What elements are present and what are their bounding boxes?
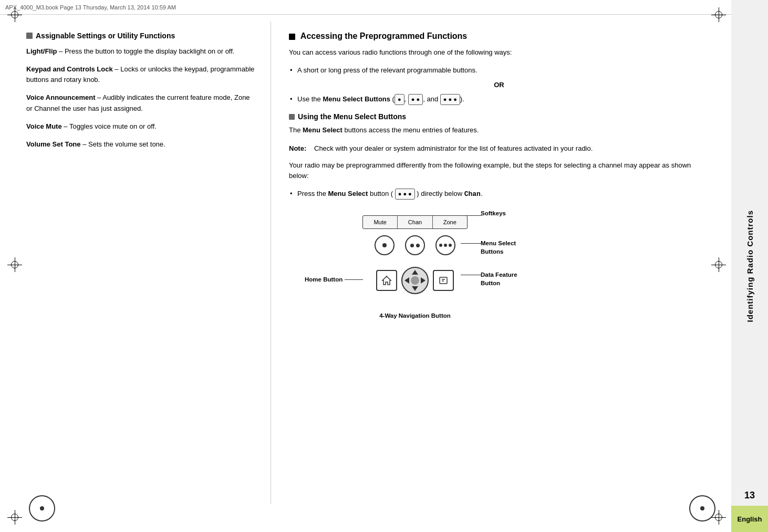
nav-arrow-left-icon	[404, 277, 409, 284]
reg-mark-top-right	[711, 7, 726, 22]
header-bar: APX_4000_M3.book Page 13 Thursday, March…	[0, 0, 768, 15]
sidebar-title-area: Identifying Radio Controls	[745, 0, 754, 532]
column-divider	[271, 21, 271, 504]
msb-btn-2[interactable]	[405, 235, 425, 255]
voice-mute-def: – Toggles voice mute on or off.	[64, 122, 157, 130]
voice-announcement-term: Voice Announcement	[26, 93, 95, 101]
nav-4way-callout: 4-Way Navigation Button	[362, 312, 468, 319]
voice-mute-term: Voice Mute	[26, 122, 62, 130]
svg-marker-0	[382, 276, 391, 285]
voice-mute-para: Voice Mute – Toggles voice mute on or of…	[26, 121, 257, 132]
or-divider: OR	[289, 81, 709, 89]
softkey-chan: Chan	[398, 216, 432, 228]
btn-triple: ● ● ●	[440, 94, 460, 105]
menu-select-bold-2: Menu Select	[303, 126, 343, 134]
note-label: Note:	[289, 143, 310, 154]
menu-select-desc: The Menu Select buttons access the menu …	[289, 125, 709, 135]
msb-dot-3b	[444, 244, 447, 247]
callout-line-data	[461, 275, 482, 275]
msb-btn-3[interactable]	[435, 235, 455, 255]
msb-dot-1	[382, 243, 387, 247]
data-feature-icon	[438, 275, 449, 286]
softkey-zone: Zone	[433, 216, 467, 228]
right-section-title: Accessing the Preprogrammed Functions	[289, 32, 709, 41]
sub-section-text: Using the Menu Select Buttons	[298, 112, 406, 121]
home-button[interactable]	[376, 270, 397, 291]
right-section-title-text: Accessing the Preprogrammed Functions	[300, 32, 467, 40]
menu-select-callout: Menu SelectButtons	[481, 239, 533, 256]
softkey-area: Mute Chan Zone	[362, 215, 468, 229]
voice-announcement-para: Voice Announcement – Audibly indicates t…	[26, 92, 257, 113]
volume-set-tone-def: – Sets the volume set tone.	[82, 140, 165, 148]
softkey-mute: Mute	[363, 216, 398, 228]
msb-btn-1[interactable]	[375, 235, 395, 255]
nav-arrow-up-icon	[412, 270, 418, 275]
right-column: Accessing the Preprogrammed Functions Yo…	[278, 21, 720, 347]
home-icon	[381, 275, 392, 286]
page-number: 13	[731, 485, 768, 506]
volume-set-tone-para: Volume Set Tone – Sets the volume set to…	[26, 139, 257, 150]
section-icon	[26, 33, 33, 39]
msb-dot-3a	[439, 244, 442, 247]
light-flip-para: Light/Flip – Press the button to toggle …	[26, 46, 257, 57]
svg-rect-1	[440, 277, 447, 284]
intro-text: You can access various radio functions t…	[289, 47, 709, 58]
keypad-lock-para: Keypad and Controls Lock – Locks or unlo…	[26, 64, 257, 85]
light-flip-term: Light/Flip	[26, 47, 57, 55]
sidebar-title-text: Identifying Radio Controls	[745, 210, 754, 322]
note-block: Note: Check with your dealer or system a…	[289, 143, 709, 154]
bullet-1: A short or long press of the relevant pr…	[289, 65, 709, 76]
nav-arrow-right-icon	[421, 277, 425, 284]
msb-dot-2b	[416, 244, 420, 247]
nav-4way-button[interactable]	[401, 267, 429, 294]
btn-triple-inline: ● ● ●	[395, 189, 415, 200]
bullet-1-text: A short or long press of the relevant pr…	[297, 66, 478, 74]
reg-mark-top-left	[7, 7, 22, 22]
data-feature-button[interactable]	[433, 270, 454, 291]
device-diagram: Mute Chan Zone Softkeys	[289, 210, 552, 336]
nav-row	[362, 267, 468, 294]
menu-select-bold: Menu Select Buttons	[323, 95, 390, 103]
msb-row	[362, 235, 468, 255]
menu-select-bold-3: Menu Select	[328, 190, 368, 197]
reg-circle-bottom-left	[29, 495, 55, 521]
callout-line-home	[345, 279, 363, 280]
bullet-2: Use the Menu Select Buttons (●, ● ●, and…	[289, 94, 709, 105]
btn-single: ●	[395, 94, 404, 105]
left-section-title: Assignable Settings or Utility Functions	[26, 32, 257, 40]
preprog-note: Your radio may be preprogrammed differen…	[289, 160, 709, 181]
nav-center-dot	[411, 276, 419, 285]
softkey-bar: Mute Chan Zone	[362, 215, 468, 229]
chan-label: Chan	[464, 190, 481, 198]
menu-select-desc-rest: buttons access the menu entries of featu…	[345, 126, 479, 134]
reg-circle-dot-br	[700, 506, 704, 510]
volume-set-tone-term: Volume Set Tone	[26, 140, 81, 148]
press-instruction-bullet: Press the Menu Select button ( ● ● ● ) d…	[289, 189, 709, 200]
language-tab: English	[731, 506, 768, 532]
softkeys-callout: Softkeys	[481, 210, 528, 216]
header-text: APX_4000_M3.book Page 13 Thursday, March…	[5, 4, 176, 11]
crosshair-mid-left	[7, 257, 22, 272]
note-text: Check with your dealer or system adminis…	[314, 143, 593, 154]
callout-line-softkeys	[461, 215, 482, 216]
msb-dot-2a	[410, 244, 414, 247]
home-button-callout: Home Button	[305, 276, 343, 283]
msb-dot-3c	[449, 244, 452, 247]
callout-line-msb	[461, 243, 482, 244]
left-section-title-text: Assignable Settings or Utility Functions	[36, 32, 175, 40]
nav-arrow-down-icon	[412, 286, 418, 291]
keypad-lock-term: Keypad and Controls Lock	[26, 65, 113, 73]
light-flip-def: – Press the button to toggle the display…	[59, 47, 234, 55]
left-column: Assignable Settings or Utility Functions…	[16, 21, 268, 168]
btn-double: ● ●	[408, 94, 423, 105]
reg-circle-dot-bl	[40, 506, 44, 510]
reg-circle-bottom-right	[689, 495, 715, 521]
sub-section-header: Using the Menu Select Buttons	[289, 112, 709, 121]
sub-section-icon	[289, 114, 295, 120]
reg-mark-bottom-left	[7, 510, 22, 525]
right-sidebar: Identifying Radio Controls	[731, 0, 768, 532]
data-feature-callout: Data FeatureButton	[481, 270, 533, 287]
